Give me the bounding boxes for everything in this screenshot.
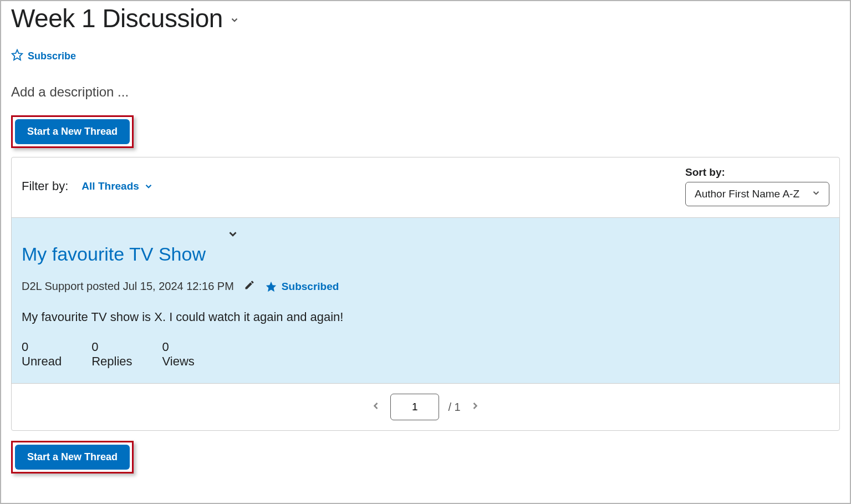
thread-list-panel: Filter by: All Threads Sort by: Author F… — [11, 157, 840, 431]
thread-dropdown-toggle[interactable] — [227, 228, 239, 242]
thread-posted-info: D2L Support posted Jul 15, 2024 12:16 PM — [22, 280, 234, 293]
start-new-thread-button-top[interactable]: Start a New Thread — [15, 119, 130, 144]
new-thread-highlight-bottom: Start a New Thread — [11, 441, 134, 474]
filter-bar: Filter by: All Threads Sort by: Author F… — [12, 157, 839, 217]
subscribe-label: Subscribe — [28, 50, 76, 62]
stat-views-value: 0 — [162, 340, 195, 354]
stat-replies-value: 0 — [91, 340, 132, 354]
stat-replies: 0 Replies — [91, 340, 132, 369]
svg-marker-1 — [266, 281, 276, 291]
stat-unread-value: 0 — [22, 340, 62, 354]
thread-title-link[interactable]: My favourite TV Show — [22, 243, 206, 265]
chevron-down-icon — [811, 188, 821, 201]
filter-left: Filter by: All Threads — [22, 179, 154, 194]
svg-marker-0 — [12, 50, 22, 60]
thread-body: My favourite TV show is X. I could watch… — [22, 310, 829, 324]
start-new-thread-button-bottom[interactable]: Start a New Thread — [15, 445, 130, 470]
subscribed-toggle[interactable]: Subscribed — [265, 281, 339, 293]
thread-meta: D2L Support posted Jul 15, 2024 12:16 PM… — [22, 279, 829, 293]
title-dropdown-toggle[interactable] — [230, 15, 239, 27]
page-total: / 1 — [448, 401, 460, 414]
next-page-button[interactable] — [470, 400, 481, 414]
filter-label: Filter by: — [22, 179, 68, 194]
new-thread-highlight-top: Start a New Thread — [11, 115, 134, 148]
thread-stats: 0 Unread 0 Replies 0 Views — [22, 340, 829, 369]
star-filled-icon — [265, 281, 277, 293]
sort-label: Sort by: — [685, 166, 829, 179]
pagination: / 1 — [12, 383, 839, 430]
page-number-input[interactable] — [390, 394, 439, 420]
filter-dropdown-value: All Threads — [81, 180, 139, 192]
filter-dropdown[interactable]: All Threads — [81, 180, 153, 192]
stat-views-label: Views — [162, 354, 195, 369]
sort-select[interactable]: Author First Name A-Z — [685, 182, 829, 206]
star-outline-icon — [11, 49, 23, 63]
prev-page-button[interactable] — [370, 400, 381, 414]
page-title-row: Week 1 Discussion — [11, 3, 840, 33]
sort-selected-value: Author First Name A-Z — [695, 188, 799, 200]
chevron-down-icon — [144, 181, 154, 191]
thread-item: My favourite TV Show D2L Support posted … — [12, 217, 839, 383]
stat-views: 0 Views — [162, 340, 195, 369]
stat-unread: 0 Unread — [22, 340, 62, 369]
stat-replies-label: Replies — [91, 354, 132, 369]
page-title: Week 1 Discussion — [11, 3, 223, 33]
subscribed-label: Subscribed — [282, 281, 339, 293]
subscribe-button[interactable]: Subscribe — [11, 49, 840, 63]
stat-unread-label: Unread — [22, 354, 62, 369]
edit-icon[interactable] — [244, 279, 255, 293]
sort-section: Sort by: Author First Name A-Z — [685, 166, 829, 206]
description-placeholder[interactable]: Add a description ... — [11, 84, 840, 100]
